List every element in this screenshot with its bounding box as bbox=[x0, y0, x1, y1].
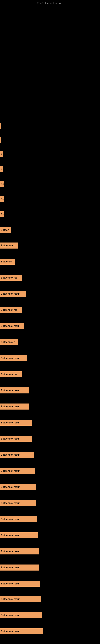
bar-label: Bottleneck result bbox=[0, 564, 39, 570]
bar-row: Bottleneck r bbox=[0, 339, 18, 346]
bar-label: Bottleneck result bbox=[0, 628, 43, 634]
bar-label: Bo bbox=[0, 211, 4, 217]
bar-label: Bottlen bbox=[0, 227, 11, 233]
bar-label: 6 bbox=[0, 151, 3, 157]
bar-label: Bottleneck result bbox=[0, 291, 26, 297]
bar-row: Bottlen bbox=[0, 226, 11, 234]
bar-row: Bottleneck result bbox=[0, 435, 32, 442]
bar-row: Bo bbox=[0, 196, 4, 203]
bar-row: | bbox=[0, 136, 1, 143]
bar-row: Bottleneck r bbox=[0, 242, 18, 249]
bar-label: Bottleneck r bbox=[0, 242, 18, 248]
bar-row: Bottleneck result bbox=[0, 548, 39, 555]
bar-label: Bottleneck result bbox=[0, 404, 29, 410]
bar-row: Bottleneck result bbox=[0, 516, 37, 523]
bar-row: Bottleneck result bbox=[0, 580, 40, 587]
bar-label: Bottleneck result bbox=[0, 388, 29, 394]
bar-label: Bottleneck result bbox=[0, 500, 36, 506]
bar-label: Bottleneck result bbox=[0, 548, 39, 554]
bar-row: Bottleneck result bbox=[0, 419, 32, 426]
bar-row: B bbox=[0, 166, 3, 172]
bar-row: 6 bbox=[0, 150, 3, 158]
bar-label: Bo bbox=[0, 196, 4, 202]
bar-row: Bottleneck result bbox=[0, 596, 41, 602]
bar-row: | bbox=[0, 122, 1, 129]
bar-row: Bottleneck res bbox=[0, 274, 22, 281]
bar-label: Bottleneck result bbox=[0, 532, 38, 538]
bar-label: Bottleneck result bbox=[0, 484, 36, 490]
bar-row: Bottleneck result bbox=[0, 387, 29, 394]
bar-row: Bottlenec bbox=[0, 258, 15, 265]
bar-row: Bottleneck res bbox=[0, 371, 22, 378]
bar-row: Bottleneck result bbox=[0, 500, 36, 506]
bar-row: Bottleneck result bbox=[0, 355, 27, 362]
bar-row: Bottleneck result bbox=[0, 403, 29, 410]
bar-label: Bottleneck result bbox=[0, 596, 41, 602]
bars-container: ||6BBoBoBoBottlenBottleneck rBottlenecBo… bbox=[0, 6, 100, 644]
bar-label: Bottleneck result bbox=[0, 516, 37, 522]
bar-label: Bottleneck result bbox=[0, 355, 27, 361]
bar-row: Bo bbox=[0, 181, 4, 188]
site-title: TheBottlenecker.com bbox=[0, 0, 100, 6]
bar-label: | bbox=[0, 123, 1, 129]
bar-label: B bbox=[0, 166, 3, 172]
bar-row: Bottleneck result bbox=[0, 290, 26, 297]
bar-row: Bottleneck result bbox=[0, 452, 34, 458]
bar-label: Bottleneck res bbox=[0, 275, 22, 281]
bar-label: Bo bbox=[0, 181, 4, 187]
site-title-bar: TheBottlenecker.com bbox=[0, 0, 100, 6]
bar-row: Bottleneck res bbox=[0, 306, 22, 313]
bar-label: Bottleneck result bbox=[0, 580, 40, 587]
bar-label: Bottleneck result bbox=[0, 420, 32, 426]
bar-label: Bottleneck r bbox=[0, 339, 18, 345]
bar-label: Bottleneck result bbox=[0, 436, 32, 442]
bar-row: Bo bbox=[0, 211, 4, 218]
bar-label: Bottleneck res bbox=[0, 307, 22, 313]
bar-row: Bottleneck result bbox=[0, 468, 35, 474]
bar-label: Bottleneck res bbox=[0, 371, 22, 377]
bar-label: Bottleneck result bbox=[0, 452, 34, 458]
bar-label: Bottleneck result bbox=[0, 468, 35, 474]
main-content: ||6BBoBoBoBottlenBottleneck rBottlenecBo… bbox=[0, 6, 100, 644]
bar-label: Bottlenec bbox=[0, 258, 15, 265]
bar-row: Bottleneck result bbox=[0, 628, 43, 635]
bar-label: | bbox=[0, 137, 1, 143]
bar-label: Bottleneck resul bbox=[0, 323, 24, 329]
bar-row: Bottleneck result bbox=[0, 564, 39, 571]
bar-row: Bottleneck result bbox=[0, 532, 38, 539]
bar-row: Bottleneck result bbox=[0, 484, 36, 490]
bar-row: Bottleneck resul bbox=[0, 322, 24, 330]
bar-row: Bottleneck result bbox=[0, 612, 42, 619]
bar-label: Bottleneck result bbox=[0, 612, 42, 618]
